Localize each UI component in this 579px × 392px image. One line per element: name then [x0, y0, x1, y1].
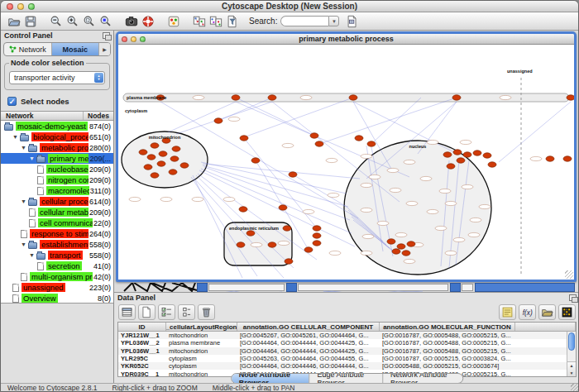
window-resize-grip[interactable] [571, 384, 578, 391]
node-label-pill[interactable] [361, 183, 372, 187]
node-label-pill[interactable] [387, 168, 399, 172]
network-edge[interactable] [236, 98, 314, 136]
node-label-pill[interactable] [326, 158, 337, 162]
node-color-select[interactable]: transporter activity ▲▼ [9, 71, 105, 84]
help-lifering-icon[interactable] [140, 13, 156, 29]
background-network-edges[interactable] [122, 283, 205, 292]
filter-icon[interactable] [224, 13, 241, 29]
network-node[interactable] [567, 95, 574, 100]
network-node[interactable] [151, 173, 159, 178]
tree-row-overview[interactable]: Overview8(0) [1, 293, 113, 304]
expander-icon[interactable]: ▼ [29, 155, 36, 162]
network-node[interactable] [387, 239, 395, 244]
network-node[interactable] [144, 165, 152, 170]
import-table-icon[interactable] [208, 13, 224, 29]
tree-row-nucleobase-contain[interactable]: nucleobase-contain209(0) [1, 164, 113, 174]
node-label-pill[interactable] [223, 197, 235, 201]
network-node[interactable] [151, 143, 159, 148]
node-label-pill[interactable] [479, 204, 490, 208]
network-node[interactable] [214, 118, 223, 123]
network-node[interactable] [285, 259, 293, 264]
window-titlebar[interactable]: Cytoscape Desktop (New Session) [1, 1, 578, 12]
network-edge[interactable] [176, 102, 272, 134]
network-node[interactable] [447, 164, 455, 169]
unselect-all-attributes-icon[interactable] [178, 304, 195, 320]
table-row[interactable]: YPL036W__1mitochondrion[GO:0044464, GO:0… [118, 347, 576, 355]
vizmapper-icon[interactable] [165, 13, 182, 29]
search-options-icon[interactable]: ▼ [328, 16, 339, 26]
node-label-pill[interactable] [427, 140, 438, 144]
network-node[interactable] [313, 233, 321, 238]
node-label-pill[interactable] [328, 193, 339, 197]
delete-attribute-icon[interactable] [198, 304, 215, 320]
network-node[interactable] [157, 161, 165, 166]
network-node[interactable] [237, 242, 245, 247]
network-node[interactable] [488, 162, 496, 167]
node-label-pill[interactable] [251, 242, 262, 246]
node-label-pill[interactable] [460, 140, 471, 144]
network-node[interactable] [453, 150, 462, 155]
node-label-pill[interactable] [406, 201, 418, 205]
select-all-attributes-icon[interactable] [158, 304, 175, 320]
open-folder-icon[interactable] [6, 13, 22, 29]
zoom-out-icon[interactable] [48, 13, 65, 29]
node-label-pill[interactable] [439, 189, 451, 193]
tree-row-secretion[interactable]: secretion41(0) [1, 261, 113, 271]
node-label-pill[interactable] [395, 232, 407, 237]
column-header[interactable]: annotation.GO CELLULAR_COMPONENT [237, 323, 380, 331]
float-panel-icon[interactable] [103, 32, 110, 39]
node-label-pill[interactable] [377, 221, 389, 225]
tree-row-unassigned[interactable]: unassigned223(0) [1, 282, 113, 293]
save-icon[interactable] [22, 13, 39, 29]
background-window[interactable] [450, 283, 461, 292]
expander-icon[interactable]: ▼ [21, 144, 28, 151]
more-tabs-icon[interactable]: ▶ [99, 43, 110, 55]
background-window[interactable] [208, 284, 285, 291]
expander-icon[interactable]: ▼ [12, 133, 20, 141]
node-label-pill[interactable] [193, 95, 204, 99]
tab-mosaic[interactable]: Mosaic [52, 43, 100, 55]
network-edge[interactable] [236, 102, 409, 177]
tree-row-cellular-metabolic[interactable]: cellular metabolic209(0) [1, 207, 113, 218]
network-view-frame[interactable]: primary metabolic process plasma membran… [116, 31, 577, 282]
network-node[interactable] [367, 141, 376, 146]
node-label-pill[interactable] [361, 208, 372, 212]
zoom-in-icon[interactable] [65, 13, 81, 29]
network-node[interactable] [313, 226, 321, 231]
tree-row-multi-organism-proc[interactable]: multi-organism proc42(0) [1, 271, 113, 282]
column-header[interactable]: ID [118, 323, 166, 331]
network-edge[interactable] [204, 167, 350, 220]
scrollbar-arrows[interactable]: ▲▼ [567, 361, 576, 376]
table-row[interactable]: YPL036W__2plasma membrane[GO:0044464, GO… [118, 339, 576, 347]
node-label-pill[interactable] [361, 251, 372, 255]
network-edge[interactable] [203, 164, 360, 179]
network-node[interactable] [313, 241, 321, 246]
function-builder-icon[interactable]: f(x) [519, 304, 536, 320]
network-node[interactable] [473, 151, 481, 155]
network-canvas[interactable]: plasma membranecytoplasmmitochondrionnuc… [118, 45, 574, 280]
network-node[interactable] [483, 153, 491, 158]
table-row[interactable]: YLR295Ccytoplasm[GO:0045263, GO:0044464,… [118, 355, 576, 362]
network-node[interactable] [402, 251, 410, 256]
column-network[interactable]: Network [1, 112, 84, 120]
tree-row-biological-process[interactable]: ▼biological_process651(0) [1, 131, 113, 142]
table-row[interactable]: YKR052Ccytoplasm[GO:0044464, GO:0044446,… [118, 362, 576, 370]
network-node[interactable] [279, 205, 287, 210]
select-attributes-icon[interactable] [118, 304, 136, 320]
annotation-icon[interactable] [499, 304, 516, 320]
network-edge[interactable] [371, 98, 421, 144]
node-label-pill[interactable] [500, 95, 511, 99]
node-label-pill[interactable] [420, 176, 432, 180]
network-node[interactable] [349, 95, 357, 100]
search-input[interactable] [280, 16, 328, 26]
network-node[interactable] [240, 136, 248, 141]
frame-resize-grip[interactable] [565, 270, 573, 279]
tree-row-primary-metabolic-proc[interactable]: ▼primary metabolic proc209(... [1, 153, 113, 164]
network-edge[interactable] [168, 102, 236, 132]
background-window[interactable] [475, 283, 575, 292]
node-label-pill[interactable] [160, 197, 172, 201]
tree-row-cell-communicatio[interactable]: cell communicatio22(0) [1, 218, 113, 228]
network-node[interactable] [546, 156, 554, 161]
column-nodes[interactable]: Nodes [84, 112, 113, 120]
network-edge[interactable] [319, 98, 457, 144]
